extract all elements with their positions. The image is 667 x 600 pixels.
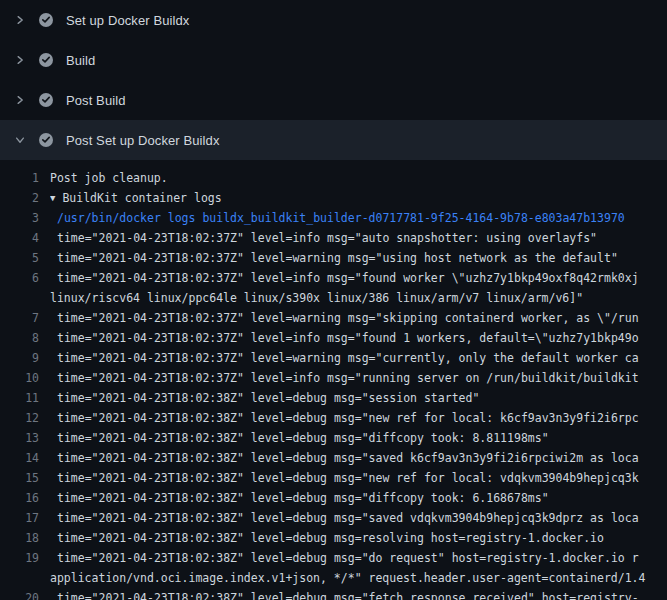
step-label: Post Set up Docker Buildx <box>66 133 220 148</box>
log-line: 4 time="2021-04-23T18:02:37Z" level=info… <box>0 228 667 248</box>
log-line: 3 /usr/bin/docker logs buildx_buildkit_b… <box>0 208 667 228</box>
step-label: Post Build <box>66 93 126 108</box>
log-line: 11 time="2021-04-23T18:02:38Z" level=deb… <box>0 388 667 408</box>
line-number[interactable]: 11 <box>0 388 50 408</box>
check-circle-icon <box>38 52 54 68</box>
line-number[interactable]: 12 <box>0 408 50 428</box>
line-number[interactable]: 1 <box>0 168 50 188</box>
chevron-icon[interactable] <box>12 132 28 148</box>
log-text: time="2021-04-23T18:02:38Z" level=debug … <box>50 588 667 600</box>
log-line: 17 time="2021-04-23T18:02:38Z" level=deb… <box>0 508 667 528</box>
log-text: time="2021-04-23T18:02:37Z" level=warnin… <box>50 308 667 328</box>
log-line: linux/riscv64 linux/ppc64le linux/s390x … <box>0 288 667 308</box>
line-number[interactable]: 9 <box>0 348 50 368</box>
log-view: 1 Post job cleanup. 2 ▼BuildKit containe… <box>0 160 667 600</box>
log-text: time="2021-04-23T18:02:38Z" level=debug … <box>50 468 667 488</box>
log-line: 15 time="2021-04-23T18:02:38Z" level=deb… <box>0 468 667 488</box>
log-line: application/vnd.oci.image.index.v1+json,… <box>0 568 667 588</box>
line-number[interactable]: 17 <box>0 508 50 528</box>
log-text: time="2021-04-23T18:02:37Z" level=info m… <box>50 268 667 288</box>
log-text: time="2021-04-23T18:02:37Z" level=info m… <box>50 368 667 388</box>
log-text: time="2021-04-23T18:02:38Z" level=debug … <box>50 428 667 448</box>
log-text: time="2021-04-23T18:02:38Z" level=debug … <box>50 448 667 468</box>
line-number[interactable]: 5 <box>0 248 50 268</box>
log-text: time="2021-04-23T18:02:37Z" level=info m… <box>50 328 667 348</box>
log-line: 16 time="2021-04-23T18:02:38Z" level=deb… <box>0 488 667 508</box>
line-number[interactable]: 15 <box>0 468 50 488</box>
log-text: time="2021-04-23T18:02:38Z" level=debug … <box>50 508 667 528</box>
line-number[interactable]: 3 <box>0 208 50 228</box>
log-line: 7 time="2021-04-23T18:02:37Z" level=warn… <box>0 308 667 328</box>
log-line: 8 time="2021-04-23T18:02:37Z" level=info… <box>0 328 667 348</box>
line-number[interactable]: 20 <box>0 588 50 600</box>
chevron-icon[interactable] <box>12 12 28 28</box>
log-line: 6 time="2021-04-23T18:02:37Z" level=info… <box>0 268 667 288</box>
log-text: time="2021-04-23T18:02:38Z" level=debug … <box>50 388 667 408</box>
line-number <box>0 568 50 588</box>
check-circle-icon <box>38 12 54 28</box>
log-group-title[interactable]: ▼BuildKit container logs <box>50 188 667 208</box>
log-line: 12 time="2021-04-23T18:02:38Z" level=deb… <box>0 408 667 428</box>
line-number[interactable]: 6 <box>0 268 50 288</box>
line-number[interactable]: 7 <box>0 308 50 328</box>
log-line: 13 time="2021-04-23T18:02:38Z" level=deb… <box>0 428 667 448</box>
log-line: 1 Post job cleanup. <box>0 168 667 188</box>
line-number[interactable]: 2 <box>0 188 50 208</box>
log-line: 5 time="2021-04-23T18:02:37Z" level=warn… <box>0 248 667 268</box>
line-number[interactable]: 4 <box>0 228 50 248</box>
step-header-post-set-up-docker-buildx[interactable]: Post Set up Docker Buildx <box>0 120 667 160</box>
log-text: time="2021-04-23T18:02:38Z" level=debug … <box>50 528 667 548</box>
line-number <box>0 288 50 308</box>
log-text: time="2021-04-23T18:02:38Z" level=debug … <box>50 548 667 568</box>
log-text: time="2021-04-23T18:02:38Z" level=debug … <box>50 408 667 428</box>
check-circle-icon <box>38 92 54 108</box>
line-number[interactable]: 18 <box>0 528 50 548</box>
check-circle-icon <box>38 132 54 148</box>
log-text: time="2021-04-23T18:02:37Z" level=warnin… <box>50 248 667 268</box>
step-label: Set up Docker Buildx <box>66 13 189 28</box>
log-text: time="2021-04-23T18:02:37Z" level=info m… <box>50 228 667 248</box>
log-text: application/vnd.oci.image.index.v1+json,… <box>50 568 667 588</box>
step-header-set-up-docker-buildx[interactable]: Set up Docker Buildx <box>0 0 667 40</box>
actions-log-viewer: Set up Docker Buildx Build P <box>0 0 667 600</box>
log-text: /usr/bin/docker logs buildx_buildkit_bui… <box>50 208 667 228</box>
log-line: 20 time="2021-04-23T18:02:38Z" level=deb… <box>0 588 667 600</box>
chevron-icon[interactable] <box>12 92 28 108</box>
log-text: time="2021-04-23T18:02:38Z" level=debug … <box>50 488 667 508</box>
step-label: Build <box>66 53 95 68</box>
log-text: linux/riscv64 linux/ppc64le linux/s390x … <box>50 288 667 308</box>
log-line: 10 time="2021-04-23T18:02:37Z" level=inf… <box>0 368 667 388</box>
log-line: 9 time="2021-04-23T18:02:37Z" level=warn… <box>0 348 667 368</box>
log-text: Post job cleanup. <box>50 168 667 188</box>
chevron-icon[interactable] <box>12 52 28 68</box>
group-toggle-icon[interactable]: ▼ <box>50 188 55 208</box>
line-number[interactable]: 13 <box>0 428 50 448</box>
log-line: 19 time="2021-04-23T18:02:38Z" level=deb… <box>0 548 667 568</box>
line-number[interactable]: 14 <box>0 448 50 468</box>
log-line: 14 time="2021-04-23T18:02:38Z" level=deb… <box>0 448 667 468</box>
line-number[interactable]: 19 <box>0 548 50 568</box>
step-header-build[interactable]: Build <box>0 40 667 80</box>
steps-list: Set up Docker Buildx Build P <box>0 0 667 160</box>
line-number[interactable]: 10 <box>0 368 50 388</box>
log-line: 2 ▼BuildKit container logs <box>0 188 667 208</box>
line-number[interactable]: 16 <box>0 488 50 508</box>
log-line: 18 time="2021-04-23T18:02:38Z" level=deb… <box>0 528 667 548</box>
log-text: time="2021-04-23T18:02:37Z" level=warnin… <box>50 348 667 368</box>
line-number[interactable]: 8 <box>0 328 50 348</box>
step-header-post-build[interactable]: Post Build <box>0 80 667 120</box>
